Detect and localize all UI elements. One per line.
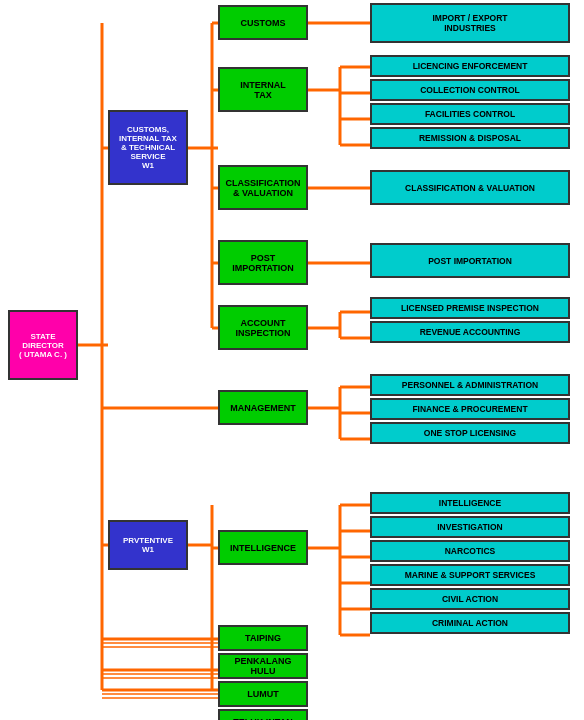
marine-support-node: MARINE & SUPPORT SERVICES bbox=[370, 564, 570, 586]
revenue-accounting-label: REVENUE ACCOUNTING bbox=[420, 327, 521, 337]
post-importation-cyan-label: POST IMPORTATION bbox=[428, 256, 512, 266]
import-export-label: IMPORT / EXPORT INDUSTRIES bbox=[432, 13, 507, 33]
management-node: MANAGEMENT bbox=[218, 390, 308, 425]
investigation-node: INVESTIGATION bbox=[370, 516, 570, 538]
narcotics-node: NARCOTICS bbox=[370, 540, 570, 562]
marine-support-label: MARINE & SUPPORT SERVICES bbox=[405, 570, 536, 580]
civil-action-label: CIVIL ACTION bbox=[442, 594, 498, 604]
facilities-control-label: FACILITIES CONTROL bbox=[425, 109, 515, 119]
internal-tax-label: INTERNAL TAX bbox=[240, 80, 286, 100]
account-inspection-label: ACCOUNT INSPECTION bbox=[235, 318, 290, 338]
classification-valuation-cyan-label: CLASSIFICATION & VALUATION bbox=[405, 183, 535, 193]
state-director-node: STATE DIRECTOR ( UTAMA C. ) bbox=[8, 310, 78, 380]
customs-int-tax-node: CUSTOMS, INTERNAL TAX & TECHNICAL SERVIC… bbox=[108, 110, 188, 185]
import-export-node: IMPORT / EXPORT INDUSTRIES bbox=[370, 3, 570, 43]
intelligence-cyan-node: INTELLIGENCE bbox=[370, 492, 570, 514]
state-director-label: STATE DIRECTOR ( UTAMA C. ) bbox=[13, 332, 73, 359]
post-importation-cyan-node: POST IMPORTATION bbox=[370, 243, 570, 278]
collection-control-node: COLLECTION CONTROL bbox=[370, 79, 570, 101]
classification-node: CLASSIFICATION & VALUATION bbox=[218, 165, 308, 210]
taiping-node: TAIPING bbox=[218, 625, 308, 651]
licencing-enforcement-label: LICENCING ENFORCEMENT bbox=[413, 61, 528, 71]
teluk-intan-node: TELUK INTAN bbox=[218, 709, 308, 720]
remission-disposal-label: REMISSION & DISPOSAL bbox=[419, 133, 521, 143]
civil-action-node: CIVIL ACTION bbox=[370, 588, 570, 610]
preventive-node: PRVTENTIVE W1 bbox=[108, 520, 188, 570]
facilities-control-node: FACILITIES CONTROL bbox=[370, 103, 570, 125]
management-label: MANAGEMENT bbox=[230, 403, 296, 413]
revenue-accounting-node: REVENUE ACCOUNTING bbox=[370, 321, 570, 343]
post-importation-label: POST IMPORTATION bbox=[232, 253, 294, 273]
customs-green-label: CUSTOMS bbox=[241, 18, 286, 28]
lumut-node: LUMUT bbox=[218, 681, 308, 707]
one-stop-label: ONE STOP LICENSING bbox=[424, 428, 516, 438]
classification-valuation-cyan-node: CLASSIFICATION & VALUATION bbox=[370, 170, 570, 205]
narcotics-label: NARCOTICS bbox=[445, 546, 496, 556]
post-importation-node: POST IMPORTATION bbox=[218, 240, 308, 285]
criminal-action-node: CRIMINAL ACTION bbox=[370, 612, 570, 634]
licensed-premise-node: LICENSED PREMISE INSPECTION bbox=[370, 297, 570, 319]
investigation-label: INVESTIGATION bbox=[437, 522, 503, 532]
internal-tax-node: INTERNAL TAX bbox=[218, 67, 308, 112]
intelligence-green-node: INTELLIGENCE bbox=[218, 530, 308, 565]
customs-int-tax-label: CUSTOMS, INTERNAL TAX & TECHNICAL SERVIC… bbox=[119, 125, 177, 170]
lumut-label: LUMUT bbox=[247, 689, 279, 699]
penkalang-node: PENKALANG HULU bbox=[218, 653, 308, 679]
criminal-action-label: CRIMINAL ACTION bbox=[432, 618, 508, 628]
finance-procurement-label: FINANCE & PROCUREMENT bbox=[412, 404, 527, 414]
account-inspection-node: ACCOUNT INSPECTION bbox=[218, 305, 308, 350]
org-chart: STATE DIRECTOR ( UTAMA C. ) CUSTOMS, INT… bbox=[0, 0, 584, 16]
finance-procurement-node: FINANCE & PROCUREMENT bbox=[370, 398, 570, 420]
penkalang-label: PENKALANG HULU bbox=[223, 656, 303, 676]
licencing-enforcement-node: LICENCING ENFORCEMENT bbox=[370, 55, 570, 77]
taiping-label: TAIPING bbox=[245, 633, 281, 643]
preventive-label: PRVTENTIVE W1 bbox=[123, 536, 173, 554]
licensed-premise-label: LICENSED PREMISE INSPECTION bbox=[401, 303, 539, 313]
one-stop-node: ONE STOP LICENSING bbox=[370, 422, 570, 444]
remission-disposal-node: REMISSION & DISPOSAL bbox=[370, 127, 570, 149]
intelligence-cyan-label: INTELLIGENCE bbox=[439, 498, 501, 508]
customs-green-node: CUSTOMS bbox=[218, 5, 308, 40]
personnel-admin-node: PERSONNEL & ADMINISTRATION bbox=[370, 374, 570, 396]
personnel-admin-label: PERSONNEL & ADMINISTRATION bbox=[402, 380, 538, 390]
classification-label: CLASSIFICATION & VALUATION bbox=[226, 178, 301, 198]
intelligence-green-label: INTELLIGENCE bbox=[230, 543, 296, 553]
collection-control-label: COLLECTION CONTROL bbox=[420, 85, 520, 95]
